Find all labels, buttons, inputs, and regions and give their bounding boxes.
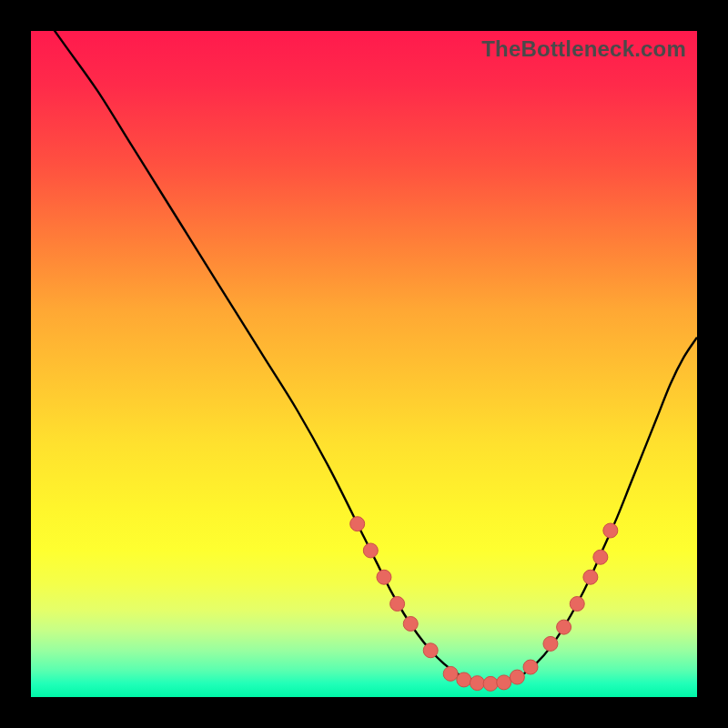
curve-marker (603, 523, 618, 538)
curve-marker (570, 597, 584, 612)
curve-marker (443, 666, 458, 681)
curve-marker (543, 636, 558, 651)
bottleneck-curve (31, 31, 697, 697)
curve-marker (457, 672, 471, 687)
curve-marker (557, 620, 571, 634)
curve-marker (497, 675, 511, 690)
curve-marker (583, 570, 598, 584)
attribution-link[interactable]: TheBottleneck.com (481, 36, 686, 62)
curve-marker (423, 643, 438, 658)
curve-marker (483, 676, 498, 691)
chart-container: TheBottleneck.com (0, 0, 728, 728)
curve-markers (350, 517, 618, 692)
curve-marker (363, 543, 378, 558)
curve-marker (523, 660, 538, 674)
curve-marker (390, 597, 405, 612)
curve-marker (593, 550, 608, 564)
curve-marker (377, 570, 391, 584)
plot-area: TheBottleneck.com (31, 31, 697, 697)
curve-line (31, 31, 697, 684)
curve-marker (350, 517, 365, 531)
curve-marker (510, 670, 524, 684)
curve-marker (470, 676, 484, 691)
curve-marker (403, 616, 418, 631)
